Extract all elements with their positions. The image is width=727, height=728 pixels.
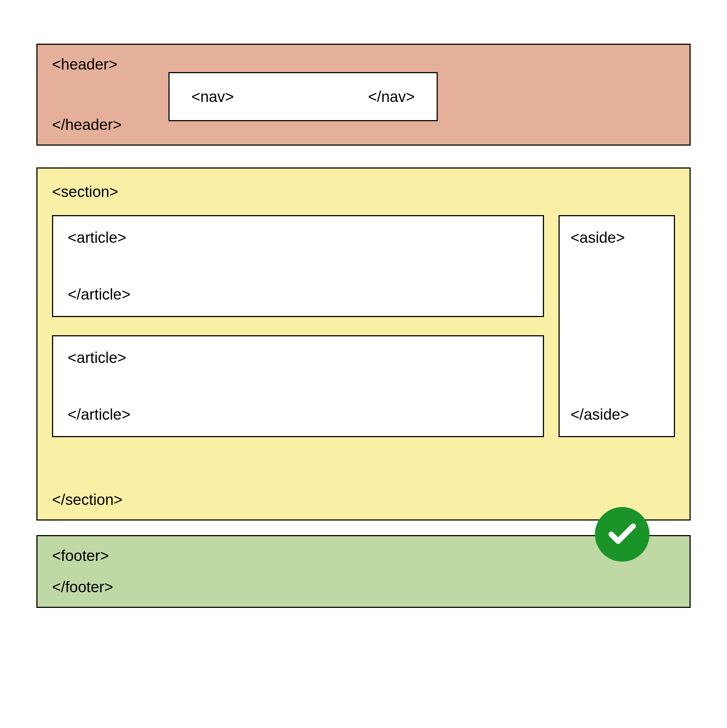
footer-close-tag: </footer> (52, 578, 113, 596)
section-region: <section> <article> </article> <article>… (37, 167, 690, 520)
section-close-tag: </section> (52, 491, 123, 509)
checkmark-icon (606, 518, 638, 551)
footer-region: <footer> </footer> (37, 535, 690, 608)
article-open-tag: <article> (68, 229, 126, 246)
header-close-tag: </header> (52, 116, 122, 134)
semantic-html-diagram: <header> <nav> </nav> </header> <section… (37, 44, 690, 608)
nav-open-tag: <nav> (191, 88, 234, 106)
aside-close-tag: </aside> (571, 406, 629, 423)
nav-region: <nav> </nav> (168, 72, 438, 121)
aside-region: <aside> </aside> (559, 215, 675, 437)
article-close-tag: </article> (68, 406, 131, 423)
section-open-tag: <section> (52, 183, 675, 200)
header-open-tag: <header> (52, 56, 118, 73)
article-open-tag: <article> (68, 349, 126, 367)
checkmark-badge (595, 507, 649, 562)
header-region: <header> <nav> </nav> </header> (37, 44, 690, 145)
article-close-tag: </article> (68, 286, 131, 303)
article-region: <article> </article> (52, 215, 544, 317)
articles-column: <article> </article> <article> </article… (52, 215, 544, 481)
section-content: <article> </article> <article> </article… (52, 215, 675, 481)
article-region: <article> </article> (52, 335, 544, 437)
nav-close-tag: </nav> (368, 88, 415, 106)
aside-open-tag: <aside> (571, 229, 625, 246)
footer-open-tag: <footer> (52, 547, 109, 564)
